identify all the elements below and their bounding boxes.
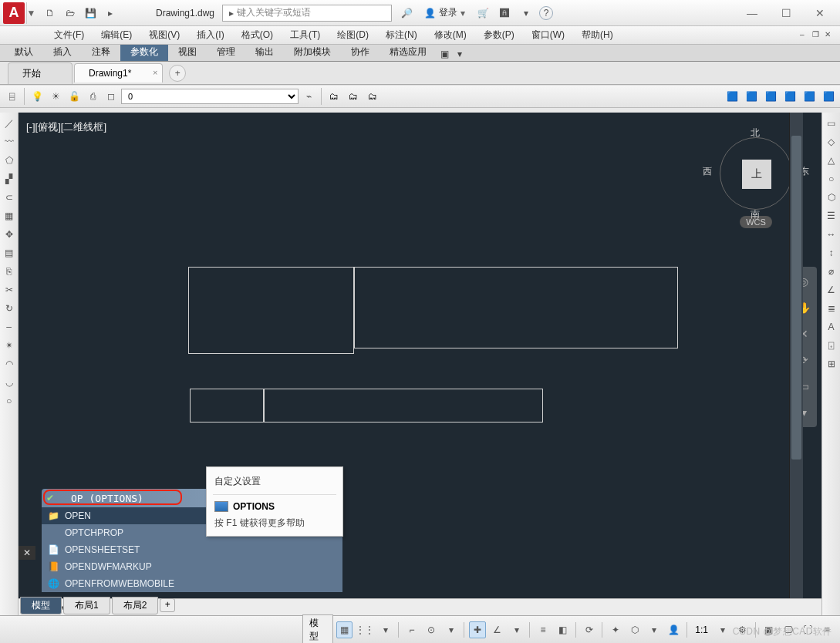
layer-print-icon[interactable]: ⎙ xyxy=(84,88,101,105)
r7-icon[interactable]: ↔ xyxy=(824,227,839,242)
layer-props-icon[interactable]: ⌸ xyxy=(3,88,20,105)
drawn-rect[interactable] xyxy=(188,267,354,354)
ribbon-tab[interactable]: 精选应用 xyxy=(380,42,437,61)
ribbon-tab[interactable]: 附加模块 xyxy=(284,42,341,61)
new-icon[interactable]: 🗋 xyxy=(42,5,59,22)
explode-icon[interactable]: ✴ xyxy=(2,338,17,353)
maximize-button[interactable]: ☐ xyxy=(775,7,797,19)
layer-color-icon[interactable]: ◻ xyxy=(103,88,120,105)
state3-icon[interactable]: 🗂 xyxy=(364,88,381,105)
ribbon-tab[interactable]: 协作 xyxy=(341,42,380,61)
r14-icon[interactable]: ⊞ xyxy=(824,356,839,372)
vertical-scrollbar[interactable] xyxy=(789,113,803,598)
help-search[interactable]: ▸ 键入关键字或短语 xyxy=(222,5,392,22)
cycling-icon[interactable]: ⟳ xyxy=(581,621,597,638)
transparency-icon[interactable]: ◧ xyxy=(555,621,571,638)
rg1a-icon[interactable]: 🟦 xyxy=(724,88,740,105)
move-icon[interactable]: ✥ xyxy=(2,227,17,242)
menu-item[interactable]: 视图(V) xyxy=(141,26,187,44)
rg1b-icon[interactable]: 🟦 xyxy=(743,88,760,105)
new-tab-button[interactable]: + xyxy=(169,65,186,82)
modelspace-button[interactable]: 模型 xyxy=(302,614,332,644)
person-icon[interactable]: 👤 xyxy=(666,621,682,638)
login-button[interactable]: 👤 登录 ▾ xyxy=(420,5,470,22)
mirror-icon[interactable]: ▞ xyxy=(2,171,17,187)
fillet-icon[interactable]: ◠ xyxy=(2,356,17,372)
drawn-rect[interactable] xyxy=(190,389,264,422)
menu-item[interactable]: 绘图(D) xyxy=(329,26,376,44)
hatch-icon[interactable]: ▤ xyxy=(2,245,17,261)
menu-item[interactable]: 参数(P) xyxy=(476,26,522,44)
polar-drop-icon[interactable]: ▾ xyxy=(443,621,459,638)
file-tab[interactable]: 开始 xyxy=(8,62,73,84)
help-icon[interactable]: ? xyxy=(539,6,553,20)
dynucs-drop-icon[interactable]: ▾ xyxy=(646,621,663,638)
scale-drop-icon[interactable]: ▾ xyxy=(714,621,730,638)
menu-item[interactable]: 标注(N) xyxy=(378,26,425,44)
menu-item[interactable]: 窗口(W) xyxy=(524,26,572,44)
add-layout-button[interactable]: + xyxy=(160,598,175,612)
command-suggestion[interactable]: 📙OPENDWFMARKUP xyxy=(42,558,342,575)
circle-icon[interactable]: ○ xyxy=(2,393,17,409)
anno-scale[interactable]: 1:1 xyxy=(692,624,711,635)
copy-icon[interactable]: ⎘ xyxy=(2,264,17,279)
file-tab[interactable]: Drawing1*× xyxy=(74,63,163,82)
offset-icon[interactable]: ⊂ xyxy=(2,190,17,205)
rg1e-icon[interactable]: 🟦 xyxy=(801,88,818,105)
menu-item[interactable]: 格式(O) xyxy=(234,26,281,44)
ribbon-tab[interactable]: 注释 xyxy=(82,42,120,61)
snap-icon[interactable]: ⋮⋮ xyxy=(356,621,374,638)
menu-item[interactable]: 编辑(E) xyxy=(93,26,140,44)
arc-icon[interactable]: ◡ xyxy=(2,375,17,390)
menu-item[interactable]: 修改(M) xyxy=(427,26,474,44)
menu-item[interactable]: 工具(T) xyxy=(282,26,328,44)
r1-icon[interactable]: ▭ xyxy=(824,116,839,131)
r2-icon[interactable]: ◇ xyxy=(824,134,839,150)
command-suggestion[interactable]: 📄OPENSHEETSET xyxy=(42,541,342,558)
sheet-tab[interactable]: 布局1 xyxy=(63,597,110,614)
help-dropdown-icon[interactable]: ▾ xyxy=(518,5,535,22)
ribbon-tab[interactable]: 管理 xyxy=(207,42,245,61)
app-logo[interactable]: A xyxy=(3,2,25,24)
save-icon[interactable]: 💾 xyxy=(82,5,99,22)
sheet-tab[interactable]: 布局2 xyxy=(112,597,159,614)
trim-icon[interactable]: ✂ xyxy=(2,282,17,298)
view-cube[interactable]: 北 上 西 东 南 WCS xyxy=(713,128,798,236)
osnap-icon[interactable]: ✚ xyxy=(469,621,486,638)
r11-icon[interactable]: ≣ xyxy=(824,301,839,316)
rg1c-icon[interactable]: 🟦 xyxy=(762,88,779,105)
3dosnap-icon[interactable]: ✦ xyxy=(607,621,623,638)
r4-icon[interactable]: ○ xyxy=(824,171,839,187)
ribbon-drop-icon[interactable]: ▾ xyxy=(452,47,467,61)
rg1f-icon[interactable]: 🟦 xyxy=(820,88,837,105)
r3-icon[interactable]: △ xyxy=(824,153,839,168)
drawing-canvas[interactable]: [-][俯视][二维线框] 北 上 西 东 南 WCS ◎ ✋ ✕ ⟳ ▭ ▾ xyxy=(19,113,821,615)
pline-icon[interactable]: 〰 xyxy=(2,134,17,150)
layer-dropdown[interactable]: 0 xyxy=(121,89,299,104)
otrack-icon[interactable]: ∠ xyxy=(489,621,505,638)
r13-icon[interactable]: ⌺ xyxy=(824,338,839,353)
tab-close-icon[interactable]: × xyxy=(153,68,157,77)
qat-more-icon[interactable]: ▸ xyxy=(102,5,119,22)
r8-icon[interactable]: ↕ xyxy=(824,245,839,261)
r6-icon[interactable]: ☰ xyxy=(824,208,839,224)
polygon-icon[interactable]: ⬠ xyxy=(2,153,17,168)
ortho-icon[interactable]: ⌐ xyxy=(403,621,420,638)
ribbon-tab[interactable]: 视图 xyxy=(168,42,207,61)
viewcube-face[interactable]: 上 xyxy=(742,160,771,189)
ribbon-tab[interactable]: 插入 xyxy=(43,42,82,61)
layer-match-icon[interactable]: ⌁ xyxy=(300,88,317,105)
layer-freeze-icon[interactable]: ☀ xyxy=(47,88,64,105)
mdi-restore-icon[interactable]: ❐ xyxy=(812,30,823,41)
sheet-tab[interactable]: 模型 xyxy=(20,597,62,614)
lineweight-icon[interactable]: ≡ xyxy=(535,621,551,638)
layer-on-icon[interactable]: 💡 xyxy=(29,88,46,105)
rg1d-icon[interactable]: 🟦 xyxy=(781,88,798,105)
dynucs-icon[interactable]: ⬡ xyxy=(626,621,643,638)
grid-icon[interactable]: ▦ xyxy=(336,621,353,638)
dash-icon[interactable]: – xyxy=(2,319,17,335)
drawn-rect[interactable] xyxy=(264,389,543,422)
cmdline-close-icon[interactable]: ✕ xyxy=(19,546,35,560)
state2-icon[interactable]: 🗂 xyxy=(345,88,362,105)
cart-icon[interactable]: 🛒 xyxy=(474,5,491,22)
